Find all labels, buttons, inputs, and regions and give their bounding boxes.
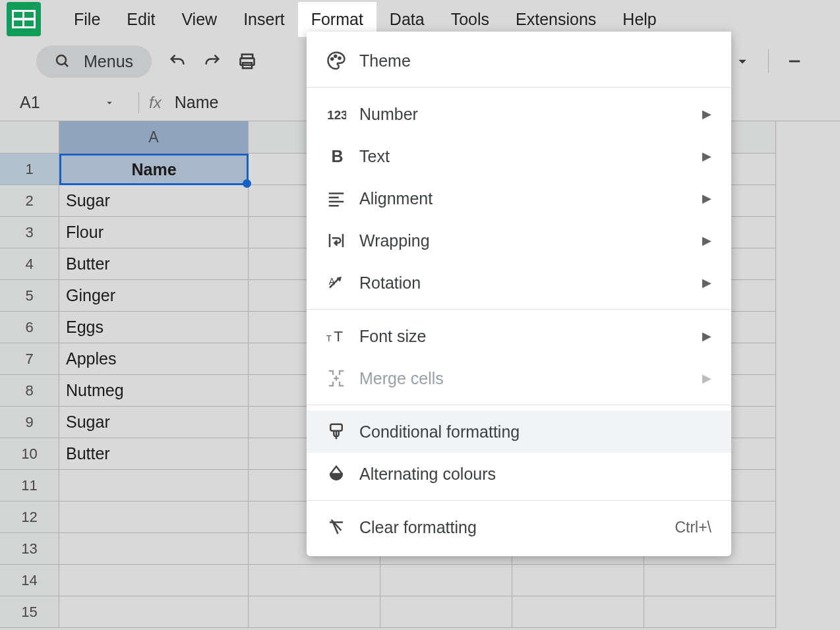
row-header[interactable]: 10	[0, 438, 59, 470]
cell[interactable]	[59, 596, 249, 628]
submenu-arrow-icon: ▶	[702, 329, 711, 343]
row-header[interactable]: 5	[0, 280, 59, 312]
altcolors-icon	[326, 464, 346, 484]
menu-item-clear-formatting[interactable]: Clear formattingCtrl+\	[307, 506, 731, 548]
menu-item-number[interactable]: 123Number▶	[307, 93, 731, 135]
formula-bar[interactable]: Name	[175, 93, 219, 112]
cell[interactable]	[380, 565, 512, 596]
row-header[interactable]: 7	[0, 343, 59, 375]
menu-item-label: Wrapping	[359, 231, 702, 250]
submenu-arrow-icon: ▶	[702, 149, 711, 163]
svg-text:A: A	[329, 277, 336, 287]
align-icon	[326, 188, 346, 208]
menu-item-text[interactable]: BText▶	[307, 135, 731, 177]
cell[interactable]: Sugar	[59, 185, 249, 217]
sheets-logo[interactable]	[7, 2, 41, 36]
row-header[interactable]: 8	[0, 375, 59, 407]
wrap-icon	[326, 231, 346, 250]
cell[interactable]	[249, 565, 380, 596]
svg-point-0	[57, 55, 66, 65]
print-button[interactable]	[238, 52, 256, 71]
name-box-dropdown-icon	[104, 97, 115, 109]
svg-text:T: T	[334, 328, 343, 345]
search-icon	[55, 53, 71, 69]
menu-item-font-size[interactable]: TTFont size▶	[307, 315, 731, 357]
menu-file[interactable]: File	[61, 2, 113, 37]
undo-button[interactable]	[168, 52, 187, 71]
row-header[interactable]: 12	[0, 501, 59, 533]
cell[interactable]	[380, 596, 512, 628]
redo-button[interactable]	[203, 52, 222, 71]
number-icon: 123	[326, 104, 346, 124]
menu-item-label: Clear formatting	[359, 518, 675, 537]
cell[interactable]	[59, 470, 249, 501]
cell[interactable]: Nutmeg	[59, 375, 249, 407]
menu-edit[interactable]: Edit	[113, 2, 168, 37]
svg-point-6	[331, 58, 333, 60]
table-row	[59, 596, 840, 628]
row-header[interactable]: 14	[0, 565, 59, 596]
cell[interactable]: Name	[59, 154, 249, 185]
row-header[interactable]: 1	[0, 154, 59, 185]
name-box[interactable]: A1	[0, 93, 129, 112]
cell[interactable]	[512, 565, 644, 596]
row-headers: 123456789101112131415	[0, 121, 59, 628]
search-menus-button[interactable]: Menus	[36, 45, 152, 78]
cell[interactable]: Apples	[59, 343, 249, 375]
cell[interactable]: Sugar	[59, 407, 249, 438]
menu-item-wrapping[interactable]: Wrapping▶	[307, 219, 731, 262]
menu-item-theme[interactable]: Theme	[307, 40, 731, 82]
menu-item-label: Font size	[359, 327, 702, 346]
menu-item-label: Alignment	[359, 189, 702, 208]
submenu-arrow-icon: ▶	[702, 107, 711, 121]
menu-item-label: Number	[359, 105, 702, 124]
menu-item-label: Merge cells	[359, 369, 702, 388]
cell[interactable]	[59, 533, 249, 565]
svg-text:123: 123	[327, 108, 346, 122]
bold-icon: B	[326, 146, 346, 166]
svg-line-1	[65, 63, 68, 67]
menu-item-conditional-formatting[interactable]: Conditional formatting	[307, 411, 731, 453]
condformat-icon	[326, 422, 346, 442]
menu-item-alternating-colours[interactable]: Alternating colours	[307, 453, 731, 495]
merge-icon	[326, 368, 346, 388]
row-header[interactable]: 3	[0, 217, 59, 248]
submenu-arrow-icon: ▶	[702, 191, 711, 206]
svg-text:B: B	[332, 147, 344, 165]
format-menu-dropdown: Theme123Number▶BText▶Alignment▶Wrapping▶…	[307, 32, 731, 556]
cell[interactable]: Ginger	[59, 280, 249, 312]
divider	[138, 92, 139, 113]
cell[interactable]	[59, 501, 249, 533]
table-row	[59, 565, 840, 596]
cell[interactable]	[644, 596, 776, 628]
svg-rect-20	[330, 424, 342, 431]
row-header[interactable]: 11	[0, 470, 59, 501]
menu-item-alignment[interactable]: Alignment▶	[307, 177, 731, 219]
menu-item-label: Alternating colours	[359, 465, 711, 484]
row-header[interactable]: 2	[0, 185, 59, 217]
cell[interactable]	[249, 596, 380, 628]
row-header[interactable]: 4	[0, 248, 59, 280]
row-header[interactable]: 13	[0, 533, 59, 565]
cell[interactable]	[644, 565, 776, 596]
cell[interactable]: Flour	[59, 217, 249, 248]
row-header[interactable]: 9	[0, 407, 59, 438]
menu-insert[interactable]: Insert	[230, 2, 298, 37]
menu-divider	[307, 405, 731, 405]
cell[interactable]: Butter	[59, 248, 249, 280]
cell[interactable]	[512, 596, 644, 628]
menu-item-rotation[interactable]: ARotation▶	[307, 262, 731, 304]
cell[interactable]: Eggs	[59, 312, 249, 343]
menu-view[interactable]: View	[168, 2, 230, 37]
select-all-corner[interactable]	[0, 121, 59, 154]
row-header[interactable]: 6	[0, 312, 59, 343]
font-dropdown-icon[interactable]	[733, 52, 752, 71]
cell[interactable]: Butter	[59, 438, 249, 470]
cell[interactable]	[59, 565, 249, 596]
col-header[interactable]: A	[59, 121, 249, 154]
row-header[interactable]: 15	[0, 596, 59, 628]
submenu-arrow-icon: ▶	[702, 233, 711, 248]
svg-text:T: T	[326, 334, 332, 343]
search-menus-label: Menus	[84, 52, 133, 71]
minus-button[interactable]	[785, 52, 804, 71]
